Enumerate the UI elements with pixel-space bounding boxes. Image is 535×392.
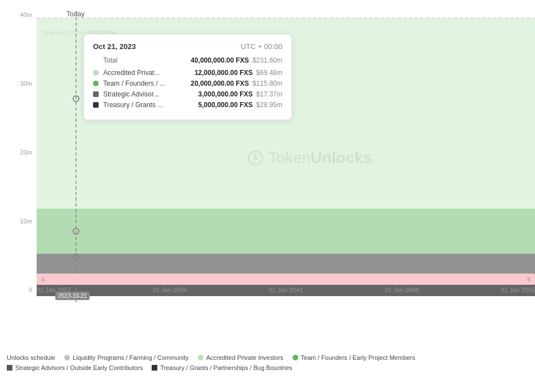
tooltip-label-strategic: Strategic Advisor... bbox=[103, 90, 198, 98]
y-axis-label: 20m bbox=[0, 149, 32, 156]
x-axis-label: 01 Jan 2034 bbox=[153, 287, 187, 293]
legend-square-strategic bbox=[7, 365, 12, 371]
legend-dot-team bbox=[293, 355, 298, 360]
tooltip-usd-team: $115.80m bbox=[253, 80, 282, 87]
tooltip-date: Oct 21, 2023 bbox=[93, 42, 136, 51]
tooltip-fxs-accredited: 12,000,000.00 FXS bbox=[194, 69, 253, 77]
tooltip-row-treasury: Treasury / Grants ... 5,000,000.00 FXS $… bbox=[93, 101, 282, 109]
legend: Unlocks schedule Liquidity Programs / Fa… bbox=[0, 350, 535, 392]
legend-unlocks-schedule-label: Unlocks schedule bbox=[7, 354, 55, 361]
mini-chart[interactable]: ⏸ ⏸ bbox=[37, 274, 535, 285]
tooltip-fxs-team: 20,000,000.00 FXS bbox=[191, 80, 249, 87]
y-axis: 40m 30m 20m 10m 0 bbox=[0, 0, 37, 305]
date-marker: 2023-10-21 bbox=[55, 292, 90, 300]
legend-row-1: Unlocks schedule Liquidity Programs / Fa… bbox=[7, 354, 528, 361]
y-axis-label: 40m bbox=[0, 11, 32, 18]
tooltip-fxs-strategic: 3,000,000.00 FXS bbox=[198, 90, 253, 98]
tooltip-total-label: Total bbox=[93, 56, 191, 64]
mini-pause-left: ⏸ bbox=[40, 276, 46, 283]
y-axis-label: 30m bbox=[0, 80, 32, 87]
legend-square-treasury bbox=[152, 365, 157, 371]
tooltip-usd-strategic: $17.37m bbox=[256, 90, 282, 98]
tooltip-dot-team bbox=[93, 81, 99, 86]
legend-item-treasury: Treasury / Grants / Partnerships / Bug B… bbox=[152, 364, 292, 371]
tooltip-timezone: UTC + 00:00 bbox=[241, 42, 282, 51]
tooltip-label-team: Team / Founders / ... bbox=[103, 80, 191, 87]
tooltip-dot-accredited bbox=[93, 70, 99, 76]
legend-team-label: Team / Founders / Early Project Members bbox=[301, 354, 415, 361]
legend-treasury-label: Treasury / Grants / Partnerships / Bug B… bbox=[160, 364, 292, 371]
x-axis: 01 Jan 2027 01 Jan 2034 01 Jan 2041 01 J… bbox=[37, 287, 535, 293]
tooltip-fxs-treasury: 5,000,000.00 FXS bbox=[198, 101, 253, 109]
y-axis-label: 0 bbox=[0, 287, 32, 293]
tooltip-dot-treasury bbox=[93, 102, 99, 108]
legend-item-unlocks-schedule: Unlocks schedule bbox=[7, 354, 55, 361]
legend-row-2: Strategic Advisors / Outside Early Contr… bbox=[7, 364, 528, 371]
tooltip-row-strategic: Strategic Advisor... 3,000,000.00 FXS $1… bbox=[93, 90, 282, 98]
y-axis-label: 10m bbox=[0, 218, 32, 224]
tooltip: Oct 21, 2023 UTC + 00:00 Total 40,000,00… bbox=[83, 34, 292, 120]
x-axis-label: 01 Jan 2055 bbox=[501, 287, 535, 293]
tooltip-total-usd: $231.60m bbox=[253, 56, 282, 64]
main-chart: Today Chart in UTC + 00:00 Time 40m 30m … bbox=[0, 0, 535, 316]
legend-accredited-label: Accredited Private Investors bbox=[206, 354, 284, 361]
tooltip-row-team: Team / Founders / ... 20,000,000.00 FXS … bbox=[93, 80, 282, 87]
legend-strategic-label: Strategic Advisors / Outside Early Contr… bbox=[15, 364, 143, 371]
legend-item-liquidity: Liquidity Programs / Farming / Community bbox=[64, 354, 188, 361]
legend-liquidity-label: Liquidity Programs / Farming / Community bbox=[73, 354, 188, 361]
legend-dot-liquidity bbox=[64, 355, 70, 360]
mini-pause-right: ⏸ bbox=[526, 276, 532, 283]
tooltip-usd-accredited: $69.48m bbox=[256, 69, 282, 77]
tooltip-total-fxs: 40,000,000.00 FXS bbox=[191, 56, 249, 64]
tooltip-total-row: Total 40,000,000.00 FXS $231.60m bbox=[93, 56, 282, 64]
x-axis-label: 01 Jan 2048 bbox=[385, 287, 419, 293]
x-axis-label: 01 Jan 2041 bbox=[269, 287, 303, 293]
legend-item-strategic: Strategic Advisors / Outside Early Contr… bbox=[7, 364, 143, 371]
tooltip-dot-strategic bbox=[93, 91, 99, 97]
legend-item-team: Team / Founders / Early Project Members bbox=[293, 354, 415, 361]
tooltip-usd-treasury: $28.95m bbox=[256, 101, 282, 109]
tooltip-header: Oct 21, 2023 UTC + 00:00 bbox=[93, 42, 282, 51]
legend-item-accredited: Accredited Private Investors bbox=[198, 354, 284, 361]
tooltip-label-treasury: Treasury / Grants ... bbox=[103, 101, 198, 109]
legend-dot-accredited bbox=[198, 355, 204, 360]
tooltip-label-accredited: Accredited Privat... bbox=[103, 69, 194, 77]
tooltip-row-accredited: Accredited Privat... 12,000,000.00 FXS $… bbox=[93, 69, 282, 77]
